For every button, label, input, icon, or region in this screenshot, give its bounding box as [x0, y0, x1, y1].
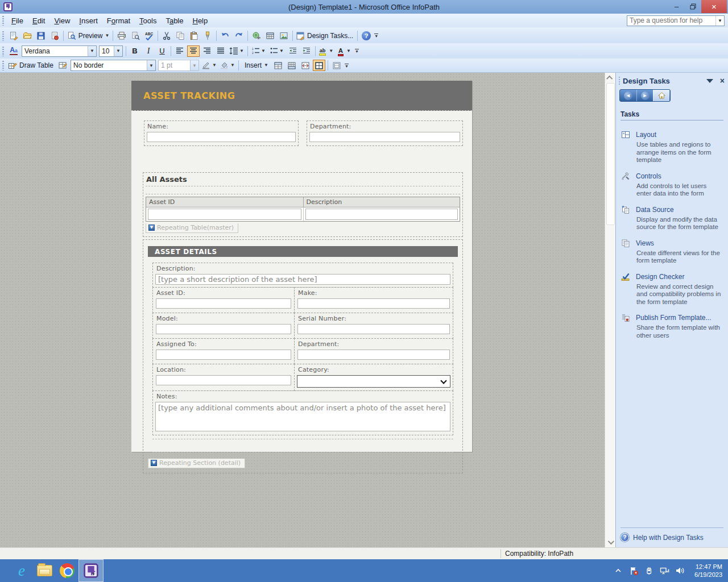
form-header-band[interactable]: ASSET TRACKING [131, 81, 472, 111]
help-question-box[interactable]: ▼ [627, 15, 725, 26]
borders-icon[interactable] [313, 60, 325, 71]
toolbar-grip[interactable] [2, 31, 5, 41]
description-text-field[interactable]: [type a short description of the asset h… [155, 274, 450, 285]
table-properties-icon[interactable] [56, 60, 69, 71]
pane-menu-icon[interactable] [706, 79, 713, 83]
menu-insert[interactable]: Insert [75, 15, 102, 27]
menu-view[interactable]: View [49, 15, 75, 27]
empty-section-row[interactable] [152, 439, 453, 452]
task-link-publish-form-template[interactable]: Publish Form Template... [636, 314, 712, 322]
bold-icon[interactable]: B [129, 45, 141, 57]
new-icon[interactable] [7, 30, 20, 41]
font-name-combo[interactable]: Verdana ▼ [22, 45, 97, 57]
autofit-icon[interactable] [330, 60, 343, 71]
taskbar-chrome-icon[interactable] [56, 559, 78, 582]
minimize-button[interactable]: – [668, 0, 685, 13]
name-text-field[interactable] [147, 132, 296, 142]
decrease-indent-icon[interactable] [287, 45, 299, 57]
print-preview-icon[interactable] [129, 30, 142, 41]
category-dropdown[interactable] [297, 375, 450, 388]
format-painter-icon[interactable] [201, 30, 214, 41]
chevron-down-icon[interactable]: ▼ [715, 16, 724, 26]
insert-menu-button[interactable]: Insert ▼ [241, 60, 271, 71]
scrollbar-thumb[interactable] [606, 83, 615, 225]
assigned-to-text-field[interactable] [156, 350, 291, 360]
menu-format[interactable]: Format [102, 15, 135, 27]
border-color-icon[interactable]: ▼ [201, 60, 218, 71]
toolbar-grip[interactable] [2, 46, 5, 56]
spelling-icon[interactable]: ABC [143, 30, 155, 41]
open-icon[interactable] [21, 30, 34, 41]
font-color-icon[interactable]: A▼ [336, 45, 353, 57]
numbering-icon[interactable]: 12▼ [250, 45, 267, 57]
toolbar-grip[interactable] [2, 60, 5, 70]
chevron-down-icon[interactable]: ▼ [147, 60, 155, 70]
volume-icon[interactable] [675, 566, 685, 576]
align-center-icon[interactable] [187, 45, 200, 57]
insert-hyperlink-icon[interactable] [250, 30, 263, 41]
taskbar-file-explorer-icon[interactable] [33, 559, 56, 582]
design-tasks-button[interactable]: Design Tasks... [295, 30, 355, 41]
insert-table-icon[interactable] [264, 30, 276, 41]
help-question-input[interactable] [627, 16, 715, 24]
increase-indent-icon[interactable] [300, 45, 313, 57]
make-text-field[interactable] [297, 298, 450, 309]
pane-close-icon[interactable]: × [720, 76, 725, 85]
print-icon[interactable] [115, 30, 128, 41]
forward-button[interactable]: ► [636, 90, 653, 101]
justify-icon[interactable] [214, 45, 227, 57]
insert-rows-above-icon[interactable] [272, 60, 284, 71]
copy-icon[interactable] [174, 30, 187, 41]
home-button[interactable] [653, 90, 669, 101]
bullets-icon[interactable]: ▼ [268, 45, 286, 57]
vertical-scrollbar[interactable] [605, 73, 615, 547]
toolbar-options-icon[interactable]: ▼ [345, 64, 349, 68]
model-text-field[interactable] [156, 324, 291, 334]
asset-details-band[interactable]: ASSET DETAILS [148, 246, 458, 257]
chevron-down-icon[interactable]: ▼ [114, 46, 122, 56]
taskbar-internet-explorer-icon[interactable]: e [10, 559, 33, 582]
design-canvas[interactable]: ASSET TRACKING Name: Department: All Ass… [0, 73, 605, 547]
empty-section-row[interactable] [146, 186, 460, 194]
description-text-field[interactable] [305, 209, 458, 220]
align-right-icon[interactable] [201, 45, 213, 57]
border-style-combo[interactable]: No border ▼ [71, 60, 156, 71]
preview-button[interactable]: Preview ▼ [66, 30, 110, 41]
repeating-table-tab[interactable]: ▼ Repeating Table(master) [146, 223, 238, 233]
menu-help[interactable]: Help [188, 15, 213, 27]
line-spacing-icon[interactable]: ▼ [228, 45, 245, 57]
help-with-design-tasks[interactable]: ? Help with Design Tasks [621, 533, 723, 542]
cut-icon[interactable] [160, 30, 173, 41]
maximize-button[interactable] [685, 0, 701, 13]
task-link-controls[interactable]: Controls [636, 172, 661, 180]
scroll-down-arrow-icon[interactable] [605, 537, 616, 547]
department-text-field[interactable] [309, 132, 460, 142]
serial-number-text-field[interactable] [297, 324, 450, 334]
insert-picture-icon[interactable] [278, 30, 290, 41]
taskbar-clock[interactable]: 12:47 PM 6/19/2023 [694, 563, 722, 579]
italic-icon[interactable]: I [142, 45, 155, 57]
permission-icon[interactable] [48, 30, 61, 41]
hidden-icons-chevron[interactable] [613, 566, 623, 576]
scroll-up-arrow-icon[interactable] [605, 73, 616, 83]
paste-icon[interactable] [188, 30, 200, 41]
notes-rich-text-field[interactable]: [type any additional comments about and/… [155, 402, 450, 431]
close-button[interactable]: × [701, 0, 727, 13]
menu-table[interactable]: Table [161, 15, 188, 27]
menu-file[interactable]: File [7, 15, 28, 27]
shading-icon[interactable]: ▼ [219, 60, 236, 71]
help-icon[interactable]: ? [360, 30, 373, 41]
underline-icon[interactable]: U [156, 45, 168, 57]
save-icon[interactable] [35, 30, 47, 41]
action-center-flag-icon[interactable] [628, 566, 639, 576]
undo-icon[interactable] [219, 30, 231, 41]
draw-table-button[interactable]: Draw Table [7, 60, 55, 71]
network-icon[interactable] [659, 566, 669, 576]
task-link-data-source[interactable]: Data Source [636, 206, 674, 214]
power-icon[interactable] [644, 566, 654, 576]
back-button[interactable]: ◄ [620, 90, 636, 101]
highlight-icon[interactable]: ab▼ [318, 45, 335, 57]
split-cells-icon[interactable] [299, 60, 312, 71]
task-link-views[interactable]: Views [636, 239, 654, 247]
taskbar-infopath-icon[interactable] [78, 559, 104, 582]
